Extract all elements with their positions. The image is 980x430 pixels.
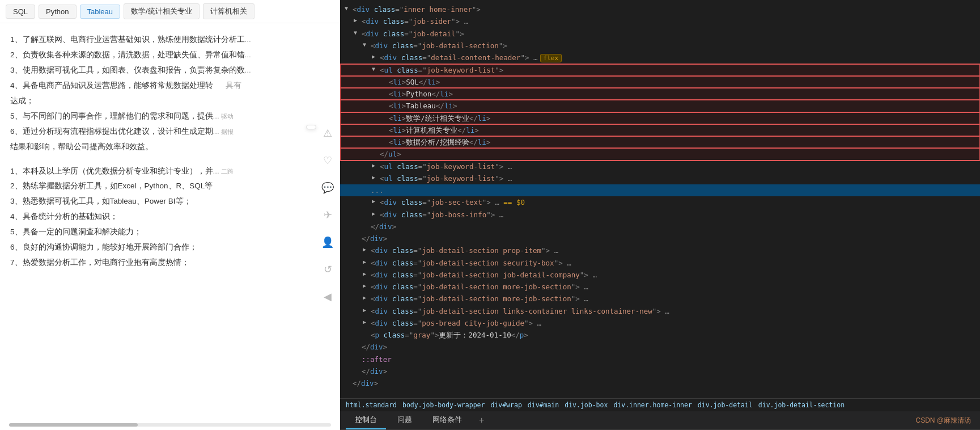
code-line-18[interactable]: </div> <box>340 221 980 233</box>
code-content-29: ::after <box>362 353 392 365</box>
code-line-25[interactable]: <div class="job-detail-section links-con… <box>340 305 980 317</box>
warning-icon[interactable]: ⚠ <box>319 124 337 142</box>
code-line-12[interactable]: </ul> <box>340 148 980 160</box>
expand-triangle-16[interactable] <box>372 196 380 206</box>
left-panel: SQLPythonTableau数学/统计相关专业计算机相关 1、了解互联网、电… <box>0 0 340 430</box>
code-line-24[interactable]: <div class="job-detail-section more-job-… <box>340 293 980 305</box>
code-line-0[interactable]: <div class="inner home-inner"> <box>340 3 980 15</box>
req-6: 6、良好的沟通协调能力，能较好地开展跨部门合作； <box>9 241 331 254</box>
arrow-left-icon[interactable]: ◀ <box>319 288 337 306</box>
code-line-30[interactable]: </div> <box>340 365 980 377</box>
code-content-8: <li>Tableau</li> <box>389 100 457 112</box>
req-4: 4、具备统计分析的基础知识； <box>9 210 331 224</box>
code-line-3[interactable]: <div class="job-detail-section"> <box>340 40 980 52</box>
expand-triangle-23[interactable] <box>363 281 371 290</box>
code-content-12: </ul> <box>380 148 401 160</box>
code-line-23[interactable]: <div class="job-detail-section more-job-… <box>340 281 980 293</box>
code-content-31: </div> <box>353 377 378 389</box>
code-line-11[interactable]: <li>数据分析/挖掘经验</li> <box>340 136 980 148</box>
code-content-19: </div> <box>362 233 387 244</box>
code-content-11: <li>数据分析/挖掘经验</li> <box>389 136 490 148</box>
code-content-25: <div class="job-detail-section links-con… <box>371 305 669 317</box>
expand-triangle-0[interactable] <box>345 3 353 13</box>
expand-triangle-25[interactable] <box>363 305 371 315</box>
expand-triangle-17[interactable] <box>372 209 380 218</box>
expand-triangle-14[interactable] <box>372 172 380 182</box>
expand-triangle-2[interactable] <box>354 28 362 37</box>
tag-数学/统计相关专业[interactable]: 数学/统计相关专业 <box>124 3 200 19</box>
expand-triangle-21[interactable] <box>363 257 371 267</box>
code-line-8[interactable]: <li>Tableau</li> <box>340 100 980 112</box>
devtools-code-area[interactable]: <div class="inner home-inner"><div class… <box>340 0 980 398</box>
expand-triangle-1[interactable] <box>354 15 362 25</box>
code-content-10: <li>计算机相关专业</li> <box>389 124 479 136</box>
breadcrumb-item-7[interactable]: div.job-detail-section <box>758 401 845 409</box>
devtools-tab-add[interactable]: + <box>473 412 490 429</box>
code-line-27[interactable]: <p class="gray">更新于：2024-01-10</p> <box>340 329 980 341</box>
refresh-icon[interactable]: ↺ <box>319 260 337 279</box>
tag-SQL[interactable]: SQL <box>6 5 35 19</box>
req-2: 2、熟练掌握数据分析工具，如Excel，Python、R、SQL等 <box>9 180 331 193</box>
breadcrumb-bar: html.standard body.job-body-wrapper div#… <box>340 398 980 411</box>
code-line-22[interactable]: <div class="job-detail-section job-detai… <box>340 269 980 281</box>
devtools-tab-网络条件[interactable]: 网络条件 <box>423 411 471 429</box>
breadcrumb-item-3[interactable]: div#main <box>528 401 559 409</box>
code-line-9[interactable]: <li>数学/统计相关专业</li> <box>340 112 980 124</box>
code-line-5[interactable]: <ul class="job-keyword-list"> <box>340 64 980 76</box>
breadcrumb-item-6[interactable]: div.job-detail <box>698 401 753 409</box>
code-line-17[interactable]: <div class="job-boss-info"> … <box>340 209 980 221</box>
expand-triangle-5[interactable] <box>372 64 380 74</box>
side-icons: ⚠ ♡ 💬 ✈ 👤 ↺ ◀ <box>315 119 340 311</box>
code-line-15[interactable]: ... <box>340 184 980 196</box>
expand-triangle-26[interactable] <box>363 317 371 327</box>
code-content-27: <p class="gray">更新于：2024-01-10</p> <box>371 329 528 341</box>
expand-triangle-24[interactable] <box>363 293 371 302</box>
breadcrumb-item-5[interactable]: div.inner.home-inner <box>613 401 691 409</box>
code-line-4[interactable]: <div class="detail-content-header"> …fle… <box>340 52 980 64</box>
code-line-6[interactable]: <li>SQL</li> <box>340 76 980 88</box>
code-content-4: <div class="detail-content-header"> …fle… <box>380 52 562 64</box>
code-content-7: <li>Python</li> <box>389 88 453 100</box>
tag-Tableau[interactable]: Tableau <box>80 5 121 19</box>
send-icon[interactable]: ✈ <box>319 206 337 224</box>
devtools-panel: <div class="inner home-inner"><div class… <box>340 0 980 430</box>
code-line-21[interactable]: <div class="job-detail-section security-… <box>340 257 980 269</box>
code-content-28: </div> <box>362 341 387 353</box>
code-line-1[interactable]: <div class="job-sider"> … <box>340 15 980 27</box>
scrollbar-track[interactable] <box>9 423 331 427</box>
code-line-28[interactable]: </div> <box>340 341 980 353</box>
duty-6: 6、通过分析现有流程指标提出优化建议，设计和生成定期... 据报 <box>9 125 331 138</box>
breadcrumb-item-1[interactable]: body.job-body-wrapper <box>402 401 485 409</box>
code-line-14[interactable]: <ul class="job-keyword-list"> … <box>340 172 980 184</box>
breadcrumb-item-4[interactable]: div.job-box <box>565 401 608 409</box>
code-line-29[interactable]: ::after <box>340 353 980 365</box>
code-line-31[interactable]: </div> <box>340 377 980 389</box>
code-line-16[interactable]: <div class="job-sec-text"> … == $0 <box>340 196 980 208</box>
tag-bar: SQLPythonTableau数学/统计相关专业计算机相关 <box>0 0 340 23</box>
code-line-10[interactable]: <li>计算机相关专业</li> <box>340 124 980 136</box>
expand-triangle-20[interactable] <box>363 244 371 254</box>
heart-icon[interactable]: ♡ <box>319 151 337 170</box>
devtools-tab-控制台[interactable]: 控制台 <box>346 411 386 429</box>
tag-计算机相关[interactable]: 计算机相关 <box>203 3 254 19</box>
code-line-26[interactable]: <div class="pos-bread city-job-guide"> … <box>340 317 980 329</box>
breadcrumb-item-0[interactable]: html.standard <box>346 401 397 409</box>
chat-icon[interactable]: 💬 <box>319 179 337 197</box>
expand-triangle-3[interactable] <box>363 40 371 49</box>
devtools-tab-问题[interactable]: 问题 <box>388 411 421 429</box>
code-line-20[interactable]: <div class="job-detail-section prop-item… <box>340 244 980 256</box>
code-line-13[interactable]: <ul class="job-keyword-list"> … <box>340 161 980 172</box>
expand-triangle-13[interactable] <box>372 161 380 170</box>
code-content-20: <div class="job-detail-section prop-item… <box>371 244 558 256</box>
expand-triangle-22[interactable] <box>363 269 371 279</box>
code-line-2[interactable]: <div class="job-detail"> <box>340 28 980 40</box>
expand-triangle-4[interactable] <box>372 52 380 61</box>
code-line-19[interactable]: </div> <box>340 233 980 244</box>
content-area: 1、了解互联网、电商行业运营基础知识，熟练使用数据统计分析工... 2、负责收集… <box>0 23 340 421</box>
person-icon[interactable]: 👤 <box>319 233 337 251</box>
breadcrumb-item-2[interactable]: div#wrap <box>490 401 521 409</box>
code-content-30: </div> <box>362 365 387 377</box>
tag-Python[interactable]: Python <box>39 5 76 19</box>
code-content-1: <div class="job-sider"> … <box>362 15 468 27</box>
code-line-7[interactable]: <li>Python</li> <box>340 88 980 100</box>
